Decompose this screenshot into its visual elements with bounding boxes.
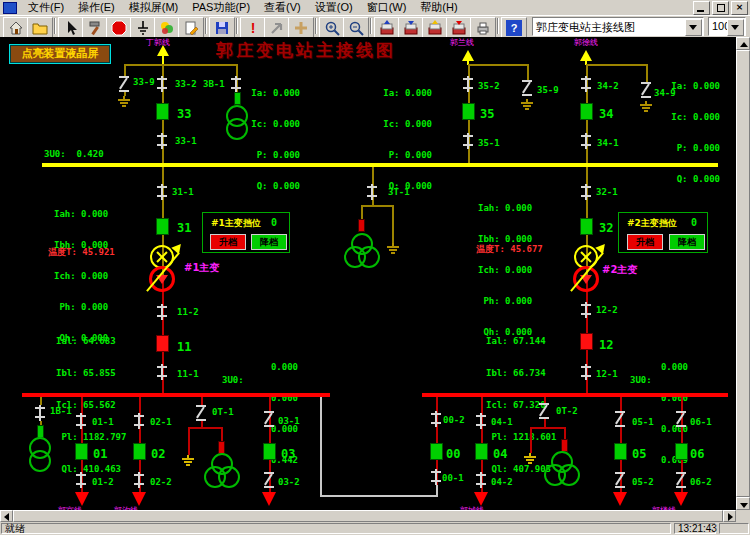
disconnector-34-1[interactable] (580, 133, 592, 149)
breaker-04[interactable] (475, 443, 488, 460)
disconnector-35-9[interactable] (521, 80, 533, 98)
disconnector-00-1[interactable] (430, 469, 442, 485)
disconnector-34-9[interactable] (640, 82, 652, 100)
device4-button[interactable] (446, 17, 472, 38)
disconnector-00-2[interactable] (430, 411, 442, 427)
breaker-33[interactable] (156, 103, 169, 120)
disconnector-33-2[interactable] (156, 76, 168, 92)
breaker-00[interactable] (430, 443, 443, 460)
menu-operate[interactable]: 操作(E) (71, 0, 122, 15)
disconnector-12-2[interactable] (580, 302, 592, 318)
plus-button[interactable] (288, 17, 314, 38)
device3-button[interactable] (422, 17, 448, 38)
breaker-03[interactable] (263, 443, 276, 460)
breaker-34[interactable] (580, 103, 593, 120)
disconnector-33-1[interactable] (156, 133, 168, 149)
transformer1-temperature: 温度T: 45.921 (48, 246, 115, 259)
disconnector-11-1[interactable] (156, 364, 168, 380)
device1-icon (379, 20, 395, 36)
lcd-panel-button[interactable]: 点亮装置液晶屏 (9, 44, 111, 64)
zoom-selector[interactable]: 100% (708, 17, 746, 36)
nav-arrow-button[interactable] (264, 17, 290, 38)
vertical-scroll-thumb[interactable] (736, 50, 750, 497)
scroll-left-button[interactable] (0, 510, 13, 522)
breaker-32[interactable] (580, 218, 593, 235)
chevron-down-icon[interactable] (685, 19, 702, 36)
breaker-01[interactable] (75, 443, 88, 460)
zoom-out-button[interactable] (343, 17, 369, 38)
disconnector-12-1[interactable] (580, 364, 592, 380)
scroll-down-button[interactable] (736, 497, 750, 510)
device2-button[interactable] (398, 17, 424, 38)
stop-button[interactable] (106, 17, 132, 38)
device1-button[interactable] (374, 17, 400, 38)
menu-pas[interactable]: PAS功能(P) (185, 0, 257, 15)
menu-file[interactable]: 文件(F) (21, 0, 71, 15)
breaker-11[interactable] (156, 335, 169, 352)
disconnector-3B-1[interactable] (230, 76, 242, 92)
palette-button[interactable] (154, 17, 180, 38)
diagram-selector[interactable]: 郭庄变电站主接线图 (532, 17, 704, 36)
chevron-down-icon[interactable] (727, 19, 744, 36)
breaker-35[interactable] (462, 103, 475, 120)
disconnector-06-2[interactable] (675, 472, 687, 490)
disconnector-05-1[interactable] (614, 411, 626, 429)
switch-label: 3T-1 (388, 187, 410, 197)
minimize-button[interactable] (693, 1, 710, 15)
close-button[interactable]: × (731, 1, 748, 15)
disconnector-34-2[interactable] (580, 76, 592, 92)
horizontal-scrollbar[interactable] (0, 510, 736, 522)
disconnector-05-2[interactable] (614, 472, 626, 490)
disconnector-03-2[interactable] (263, 472, 275, 490)
disconnector-02-1[interactable] (133, 413, 145, 429)
switch-label: 02-2 (150, 477, 172, 487)
disconnector-01-1[interactable] (75, 413, 87, 429)
tool-button[interactable] (82, 17, 108, 38)
restore-button[interactable] (712, 1, 729, 15)
breaker-06[interactable] (675, 443, 688, 460)
horizontal-scroll-thumb[interactable] (13, 510, 723, 522)
alarm-button[interactable]: ! (240, 17, 266, 38)
help-button[interactable]: ? (501, 17, 527, 38)
breaker-31[interactable] (156, 218, 169, 235)
disconnector-06-1[interactable] (675, 411, 687, 429)
disconnector-3T-1[interactable] (366, 184, 378, 200)
zoom-in-button[interactable] (319, 17, 345, 38)
disconnector-04-2[interactable] (475, 472, 487, 488)
disconnector-01-2[interactable] (75, 472, 87, 488)
app-icon[interactable] (3, 2, 17, 14)
disconnector-03-1[interactable] (263, 411, 275, 429)
menu-view[interactable]: 查看(V) (257, 0, 308, 15)
tap-down-button[interactable]: 降档 (251, 234, 287, 250)
menu-settings[interactable]: 设置(O) (308, 0, 360, 15)
menu-window[interactable]: 窗口(W) (360, 0, 414, 15)
disconnector-31-1[interactable] (156, 184, 168, 200)
disconnector-1B-1[interactable] (34, 405, 46, 421)
disconnector-35-2[interactable] (462, 76, 474, 92)
vertical-scrollbar[interactable] (736, 37, 750, 510)
open-button[interactable] (27, 17, 53, 38)
disconnector-02-2[interactable] (133, 472, 145, 488)
home-button[interactable] (3, 17, 29, 38)
menu-mimic[interactable]: 模拟屏(M) (122, 0, 186, 15)
switch-label: 33-9 (133, 77, 155, 87)
transformer-1[interactable] (142, 243, 186, 301)
ground-button[interactable] (130, 17, 156, 38)
menu-help[interactable]: 帮助(H) (413, 0, 464, 15)
disconnector-04-1[interactable] (475, 413, 487, 429)
disconnector-11-2[interactable] (156, 304, 168, 320)
pointer-button[interactable] (58, 17, 84, 38)
breaker-05[interactable] (614, 443, 627, 460)
tap-up-button[interactable]: 升档 (210, 234, 246, 250)
scroll-up-button[interactable] (736, 37, 750, 50)
disconnector-32-1[interactable] (580, 184, 592, 200)
save-button[interactable] (209, 17, 235, 38)
breaker-02[interactable] (133, 443, 146, 460)
tap-up-button[interactable]: 升档 (627, 234, 663, 250)
scroll-right-button[interactable] (723, 510, 736, 522)
breaker-12[interactable] (580, 333, 593, 350)
tap-down-button[interactable]: 降档 (669, 234, 705, 250)
print-button[interactable] (470, 17, 496, 38)
edit-page-button[interactable] (178, 17, 204, 38)
disconnector-35-1[interactable] (462, 133, 474, 149)
